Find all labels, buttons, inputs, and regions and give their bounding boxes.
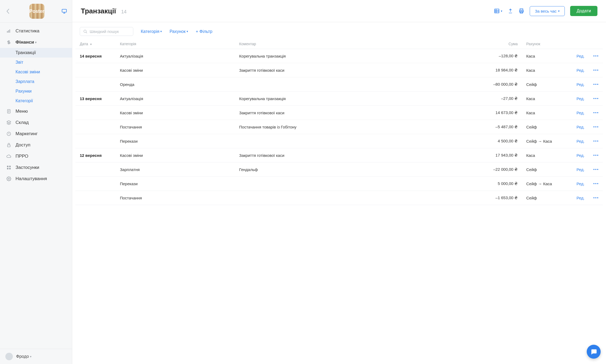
sub-item-report[interactable]: Звіт — [16, 58, 72, 67]
col-sum[interactable]: Сума — [482, 39, 522, 49]
cell-category: Постачання — [116, 191, 235, 205]
row-more-button[interactable] — [589, 177, 603, 191]
table-row[interactable]: Перекази 4 500,00 ₴ Сейф → Каса Ред. — [75, 134, 603, 148]
edit-link[interactable]: Ред. — [577, 153, 585, 158]
filter-account[interactable]: Рахунок▾ — [169, 29, 188, 34]
export-button[interactable] — [508, 8, 513, 14]
sidebar: Poster Статистика Фінанси ▾ Транзакції З… — [0, 0, 72, 364]
edit-link[interactable]: Ред. — [577, 68, 585, 73]
search-box[interactable] — [80, 27, 133, 36]
row-more-button[interactable] — [589, 120, 603, 134]
table-row[interactable]: Касові зміни Закриття готівкової каси 14… — [75, 106, 603, 120]
edit-link[interactable]: Ред. — [577, 196, 585, 200]
table-wrap[interactable]: Дата ▾ Категорія Коментар Сума Рахунок 1… — [72, 39, 606, 364]
svg-line-24 — [86, 32, 87, 33]
search-input[interactable] — [90, 29, 130, 34]
svg-point-29 — [595, 70, 596, 71]
sidebar-footer[interactable]: Фродо ▾ — [0, 349, 72, 364]
table-view-button[interactable]: ▾ — [494, 8, 502, 14]
table-row[interactable]: Зарплатня Гендальф –22 000,00 ₴ Сейф Ред… — [75, 162, 603, 177]
edit-link[interactable]: Ред. — [577, 139, 585, 143]
cell-account: Сейф — [522, 191, 570, 205]
edit-link[interactable]: Ред. — [577, 125, 585, 129]
sub-item-accounts[interactable]: Рахунки — [16, 86, 72, 96]
cell-category: Актуалізація — [116, 92, 235, 106]
table-row[interactable]: 13 вересня Актуалізація Корегувальна тра… — [75, 92, 603, 106]
table-row[interactable]: Оренда –80 000,00 ₴ Сейф Ред. — [75, 77, 603, 92]
sub-item-payroll[interactable]: Зарплата — [16, 77, 72, 86]
filter-account-label: Рахунок — [169, 29, 185, 34]
edit-link[interactable]: Ред. — [577, 181, 585, 186]
chevron-left-icon — [6, 9, 10, 14]
row-more-button[interactable] — [589, 134, 603, 148]
cell-date: 14 вересня — [75, 49, 116, 63]
sidebar-item-menu[interactable]: Меню — [0, 106, 72, 117]
cell-sum: 17 943,00 ₴ — [482, 148, 522, 162]
table-row[interactable]: Постачання –1 653,00 ₴ Сейф Ред. — [75, 191, 603, 205]
pos-terminal-icon[interactable] — [61, 8, 67, 14]
row-more-button[interactable] — [589, 77, 603, 92]
back-button[interactable] — [4, 7, 12, 15]
add-button[interactable]: Додати — [570, 6, 597, 16]
sub-item-cash-shifts[interactable]: Касові зміни — [16, 67, 72, 77]
search-icon — [83, 29, 88, 34]
sub-item-categories[interactable]: Категорії — [16, 96, 72, 106]
date-range-button[interactable]: За весь час ▾ — [530, 6, 565, 16]
svg-point-30 — [597, 70, 598, 71]
cell-comment — [235, 77, 482, 92]
edit-link[interactable]: Ред. — [577, 82, 585, 87]
table-row[interactable]: Постачання Постачання товарів із Гобітон… — [75, 120, 603, 134]
row-more-button[interactable] — [589, 63, 603, 77]
table-row[interactable]: Касові зміни Закриття готівкової каси 18… — [75, 63, 603, 77]
col-category[interactable]: Категорія — [116, 39, 235, 49]
svg-point-38 — [595, 112, 596, 113]
sidebar-item-marketing[interactable]: Маркетинг — [0, 128, 72, 139]
cell-account: Сейф — [522, 77, 570, 92]
edit-link[interactable]: Ред. — [577, 111, 585, 115]
row-more-button[interactable] — [589, 106, 603, 120]
edit-link[interactable]: Ред. — [577, 167, 585, 172]
svg-point-57 — [597, 197, 598, 198]
grid-icon — [5, 165, 12, 170]
cell-sum: –80 000,00 ₴ — [482, 77, 522, 92]
sidebar-item-settings[interactable]: Налаштування — [0, 173, 72, 184]
col-date[interactable]: Дата ▾ — [75, 39, 116, 49]
row-more-button[interactable] — [589, 49, 603, 63]
table-row[interactable]: Перекази 5 000,00 ₴ Сейф → Каса Ред. — [75, 177, 603, 191]
dollar-icon — [5, 40, 12, 45]
sidebar-item-prro[interactable]: ПРРО — [0, 151, 72, 162]
svg-point-51 — [597, 169, 598, 170]
row-more-button[interactable] — [589, 148, 603, 162]
table-row[interactable]: 14 вересня Актуалізація Корегувальна тра… — [75, 49, 603, 63]
col-account[interactable]: Рахунок — [522, 39, 570, 49]
page-title: Транзакції 14 — [81, 7, 127, 15]
cell-sum: –27,00 ₴ — [482, 92, 522, 106]
cell-account: Каса — [522, 106, 570, 120]
sidebar-item-access[interactable]: Доступ — [0, 139, 72, 151]
sidebar-item-apps[interactable]: Застосунки — [0, 162, 72, 173]
row-more-button[interactable] — [589, 191, 603, 205]
svg-point-33 — [597, 84, 598, 85]
brand-logo[interactable]: Poster — [29, 4, 44, 19]
transactions-table: Дата ▾ Категорія Коментар Сума Рахунок 1… — [75, 39, 603, 205]
cell-category: Касові зміни — [116, 106, 235, 120]
print-button[interactable] — [518, 8, 524, 14]
edit-link[interactable]: Ред. — [577, 54, 585, 58]
row-more-button[interactable] — [589, 162, 603, 177]
svg-point-47 — [595, 155, 596, 156]
cell-sum: –128,00 ₴ — [482, 49, 522, 63]
cell-category: Оренда — [116, 77, 235, 92]
edit-link[interactable]: Ред. — [577, 96, 585, 101]
row-more-button[interactable] — [589, 92, 603, 106]
add-filter-button[interactable]: + Фільтр — [196, 29, 212, 34]
cell-comment: Закриття готівкової каси — [235, 63, 482, 77]
sidebar-item-finance[interactable]: Фінанси ▾ — [0, 37, 72, 48]
table-row[interactable]: 12 вересня Касові зміни Закриття готівко… — [75, 148, 603, 162]
sidebar-item-statistics[interactable]: Статистика — [0, 25, 72, 37]
sub-item-transactions[interactable]: Транзакції — [0, 48, 72, 58]
chat-widget[interactable] — [587, 345, 601, 359]
filter-category[interactable]: Категорія▾ — [141, 29, 162, 34]
svg-point-56 — [595, 197, 596, 198]
sidebar-item-stock[interactable]: Склад — [0, 117, 72, 128]
col-comment[interactable]: Коментар — [235, 39, 482, 49]
